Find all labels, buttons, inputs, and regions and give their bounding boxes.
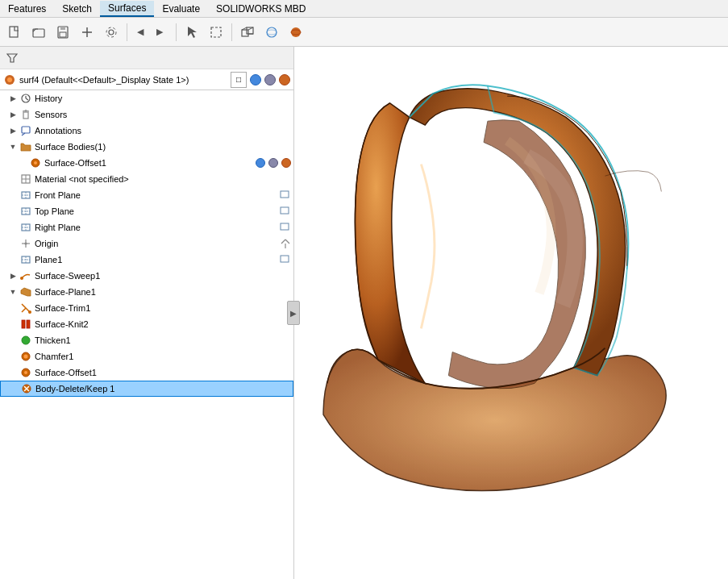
expand-surface-plane1[interactable]: ▼	[8, 287, 18, 297]
svg-point-58	[28, 310, 31, 314]
svg-rect-42	[281, 207, 289, 214]
options-button[interactable]	[100, 21, 123, 44]
back-button[interactable]: ◀	[131, 23, 149, 41]
feature-tree: ▶ History ▶ Sensors ▶	[0, 90, 293, 579]
3d-model-svg	[294, 47, 728, 579]
extra-orange-dot	[281, 158, 291, 168]
open-button[interactable]	[27, 21, 50, 44]
tree-item-surface-trim1[interactable]: Surface-Trim1	[0, 300, 293, 316]
surface-sweep1-label: Surface-Sweep1	[35, 271, 100, 281]
view-cube-button[interactable]	[236, 21, 259, 44]
svg-rect-11	[242, 30, 248, 36]
tree-item-surface-offset1-child[interactable]: Surface-Offset1	[0, 155, 293, 171]
tree-item-annotations[interactable]: ▶ Annotations	[0, 123, 293, 139]
display-style-button[interactable]	[285, 21, 307, 44]
toolbar-separator-2	[176, 23, 177, 41]
expand-surface-bodies[interactable]: ▼	[8, 142, 18, 152]
expand-plane1	[8, 255, 18, 265]
expand-annotations[interactable]: ▶	[8, 126, 18, 135]
tree-item-surface-plane1[interactable]: ▼ Surface-Plane1	[0, 284, 293, 300]
pointer-button[interactable]	[181, 21, 203, 44]
menu-features[interactable]: Features	[0, 2, 54, 16]
expand-body-delete-keep1	[9, 384, 19, 394]
origin-icon	[19, 237, 32, 250]
color-btn-blue[interactable]	[250, 74, 261, 85]
tree-item-origin[interactable]: Origin	[0, 235, 293, 252]
surface-offset1-child-extra	[255, 157, 292, 169]
menu-bar: Features Sketch Surfaces Evaluate SOLIDW…	[0, 0, 728, 18]
new-button[interactable]	[3, 21, 26, 44]
expand-top-plane	[8, 206, 18, 216]
display-state-button[interactable]: □	[231, 72, 247, 88]
svg-rect-38	[281, 191, 289, 198]
menu-sketch[interactable]: Sketch	[54, 2, 100, 16]
surface-sweep1-icon	[19, 269, 32, 282]
svg-rect-4	[60, 32, 66, 37]
feature-manager-icon	[3, 73, 16, 86]
thicken1-icon	[19, 334, 32, 347]
top-plane-label: Top Plane	[35, 206, 74, 216]
front-plane-label: Front Plane	[35, 190, 81, 200]
filter-button[interactable]	[3, 49, 21, 67]
menu-evaluate[interactable]: Evaluate	[154, 2, 208, 16]
svg-rect-56	[281, 256, 289, 262]
tree-item-body-delete-keep1[interactable]: Body-Delete/Keep 1	[0, 381, 293, 397]
tree-item-thicken1[interactable]: Thicken1	[0, 332, 293, 348]
tree-item-chamfer1[interactable]: Chamfer1	[0, 348, 293, 364]
feature-manager-title: surf4 (Default<<Default>_Display State 1…	[19, 75, 227, 85]
menu-surfaces[interactable]: Surfaces	[100, 1, 154, 17]
color-btn-gray[interactable]	[264, 74, 276, 85]
surface-plane1-label: Surface-Plane1	[35, 287, 96, 297]
forward-button[interactable]: ▶	[151, 23, 168, 41]
color-btn-orange[interactable]	[279, 74, 290, 85]
expand-surface-sweep1[interactable]: ▶	[8, 271, 18, 281]
expand-surface-offset1	[8, 368, 18, 377]
expand-sensors[interactable]: ▶	[8, 110, 18, 119]
svg-point-16	[267, 27, 277, 37]
add-button[interactable]	[76, 21, 98, 44]
svg-point-49	[25, 243, 27, 245]
annotation-icon	[19, 124, 32, 137]
surface-bodies-icon	[19, 140, 32, 153]
history-icon	[19, 92, 32, 105]
svg-rect-59	[22, 320, 25, 328]
box-select-button[interactable]	[205, 21, 227, 44]
svg-point-17	[267, 30, 277, 35]
thicken1-label: Thicken1	[35, 335, 71, 345]
tree-item-front-plane[interactable]: Front Plane	[0, 187, 293, 203]
svg-point-63	[24, 355, 28, 359]
tree-item-history[interactable]: ▶ History	[0, 90, 293, 106]
tree-item-top-plane[interactable]: Top Plane	[0, 203, 293, 219]
surface-plane1-icon	[19, 285, 32, 298]
tree-item-material[interactable]: Material <not specified>	[0, 171, 293, 187]
expand-surface-offset1-child	[18, 158, 27, 168]
tree-item-right-plane[interactable]: Right Plane	[0, 219, 293, 235]
save-button[interactable]	[52, 21, 74, 44]
main-toolbar: ◀ ▶	[0, 18, 728, 47]
svg-point-31	[34, 161, 37, 165]
expand-history[interactable]: ▶	[8, 94, 18, 103]
tree-item-sensors[interactable]: ▶ Sensors	[0, 106, 293, 123]
tree-item-plane1[interactable]: Plane1	[0, 252, 293, 268]
panel-collapse-arrow[interactable]: ▶	[287, 301, 300, 325]
svg-point-7	[109, 30, 114, 35]
origin-extra	[279, 237, 292, 250]
3d-viewport[interactable]	[294, 47, 728, 579]
svg-rect-60	[27, 320, 30, 328]
plane1-icon	[19, 253, 32, 266]
tree-item-surface-bodies[interactable]: ▼ Surface Bodies(1)	[0, 139, 293, 155]
toolbar-separator-1	[127, 23, 127, 41]
svg-point-61	[22, 336, 30, 344]
right-plane-icon	[19, 221, 32, 234]
menu-mbd[interactable]: SOLIDWORKS MBD	[208, 2, 314, 16]
front-plane-extra	[279, 189, 292, 202]
plane1-extra	[279, 253, 292, 266]
tree-item-surface-knit2[interactable]: Surface-Knit2	[0, 316, 293, 332]
view-sphere-button[interactable]	[260, 21, 283, 44]
origin-label: Origin	[35, 239, 58, 248]
tree-item-surface-sweep1[interactable]: ▶ Surface-Sweep1	[0, 268, 293, 284]
body-delete-keep1-label: Body-Delete/Keep 1	[35, 384, 114, 394]
svg-point-65	[24, 371, 27, 374]
tree-item-surface-offset1[interactable]: Surface-Offset1	[0, 364, 293, 381]
svg-rect-10	[211, 27, 221, 37]
